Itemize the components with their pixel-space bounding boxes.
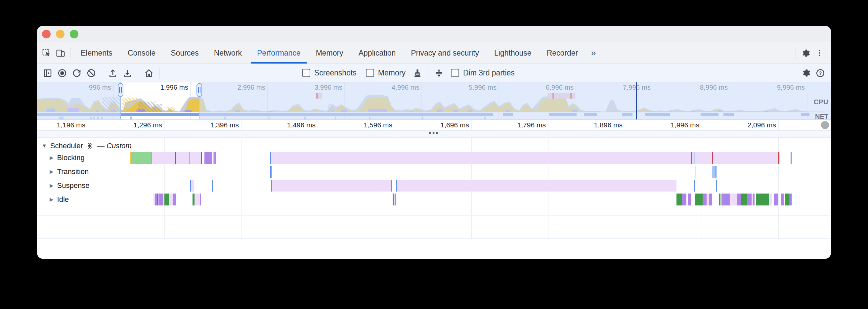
ruler-gridline bbox=[164, 120, 165, 130]
track-header-scheduler[interactable]: ▼Scheduler— Custom bbox=[42, 141, 132, 151]
settings-gear-icon[interactable] bbox=[799, 46, 812, 60]
checkbox-box[interactable] bbox=[366, 69, 374, 77]
checkbox-box[interactable] bbox=[451, 69, 459, 77]
flame-segment-lavender bbox=[707, 193, 709, 206]
tab-memory[interactable]: Memory bbox=[308, 42, 351, 64]
tab-lighthouse[interactable]: Lighthouse bbox=[487, 42, 539, 64]
inspect-icon[interactable] bbox=[40, 46, 54, 60]
ruler-label: 2,096 ms bbox=[748, 121, 778, 129]
flame-segment-red bbox=[778, 152, 779, 164]
flame-segment-purple bbox=[158, 193, 163, 206]
left-window-handle[interactable] bbox=[118, 83, 123, 97]
row-expand-triangle-icon[interactable]: ▶ bbox=[50, 169, 54, 175]
flame-segment-lavender bbox=[169, 193, 173, 206]
ruler-gridline bbox=[318, 120, 318, 130]
tab-application[interactable]: Application bbox=[351, 42, 404, 64]
flame-segment-lavender bbox=[270, 152, 780, 164]
ruler-label: 1,896 ms bbox=[594, 121, 625, 129]
row-expand-triangle-icon[interactable]: ▶ bbox=[50, 183, 54, 189]
divider-drag-dots[interactable]: ••• bbox=[429, 129, 439, 137]
flame-segment-red bbox=[175, 152, 176, 164]
flame-segment-blue bbox=[396, 180, 397, 191]
capture-settings-gear-icon[interactable] bbox=[799, 66, 813, 81]
tab-performance[interactable]: Performance bbox=[249, 42, 308, 64]
svg-text:CPU: CPU bbox=[814, 98, 828, 105]
flame-segment-blue bbox=[270, 166, 272, 178]
flame-segment-red bbox=[691, 152, 692, 164]
reload-record-icon[interactable] bbox=[69, 66, 84, 81]
flame-segment-blue bbox=[694, 180, 695, 191]
track-expand-triangle-icon[interactable]: ▼ bbox=[42, 143, 47, 149]
right-window-handle[interactable] bbox=[196, 83, 202, 97]
flame-segment-darkgreen bbox=[164, 193, 169, 206]
flame-segment-lavender bbox=[154, 193, 155, 206]
dim-3rd-parties-checkbox[interactable]: Dim 3rd parties bbox=[451, 68, 515, 78]
ruler-gridline bbox=[471, 120, 472, 130]
flame-segment-purple bbox=[737, 193, 741, 206]
scrollbar-thumb[interactable] bbox=[821, 121, 829, 129]
panel-divider[interactable]: ••• bbox=[37, 131, 831, 137]
tab-recorder[interactable]: Recorder bbox=[539, 42, 586, 64]
home-icon[interactable] bbox=[142, 66, 156, 81]
record-icon[interactable] bbox=[55, 66, 69, 81]
flame-segment-blue bbox=[391, 180, 392, 191]
overview-chart: 996 ms1,996 ms2,996 ms3,996 ms4,996 ms5,… bbox=[37, 82, 831, 119]
track-gridline bbox=[241, 137, 242, 239]
flame-segment-darkgreen bbox=[741, 193, 747, 206]
download-profile-icon[interactable] bbox=[120, 66, 135, 81]
devtools-tabbar: ElementsConsoleSourcesNetworkPerformance… bbox=[37, 42, 831, 64]
row-label: Transition bbox=[57, 167, 89, 176]
more-tabs-chevron-icon[interactable]: » bbox=[586, 42, 601, 64]
track-row-suspense[interactable]: ▶Suspense bbox=[50, 179, 89, 192]
tab-elements[interactable]: Elements bbox=[73, 42, 120, 64]
toggle-sidebar-icon[interactable] bbox=[40, 66, 55, 81]
flame-segment-purple bbox=[214, 152, 216, 164]
flame-segment-blue bbox=[715, 166, 716, 178]
flame-segment-lightblue bbox=[213, 152, 214, 164]
ruler-gridline bbox=[625, 120, 625, 130]
flame-segment-blue bbox=[726, 193, 726, 206]
tab-privacy-and-security[interactable]: Privacy and security bbox=[403, 42, 487, 64]
main-menu-icon[interactable] bbox=[812, 46, 826, 60]
close-button[interactable] bbox=[42, 30, 51, 38]
memory-checkbox[interactable]: Memory bbox=[366, 68, 406, 78]
tab-sources[interactable]: Sources bbox=[163, 42, 206, 64]
track-row-blocking[interactable]: ▶Blocking bbox=[50, 151, 85, 165]
toolbar-divider bbox=[102, 67, 102, 79]
track-row-transition[interactable]: ▶Transition bbox=[50, 165, 89, 179]
scheduler-atom-icon bbox=[86, 142, 93, 150]
track-row-idle[interactable]: ▶Idle bbox=[50, 192, 69, 207]
ruler-label: 1,396 ms bbox=[210, 121, 241, 129]
row-expand-triangle-icon[interactable]: ▶ bbox=[50, 155, 54, 161]
flame-segment-purple bbox=[205, 152, 212, 164]
flame-segment-darkgreen bbox=[719, 193, 720, 206]
device-toolbar-icon[interactable] bbox=[54, 46, 67, 60]
ruler-label: 1,996 ms bbox=[671, 121, 702, 129]
ruler-gridline bbox=[778, 120, 779, 130]
flame-segment-crimson bbox=[712, 152, 713, 164]
help-icon[interactable]: ? bbox=[813, 66, 828, 81]
gc-brush-icon[interactable] bbox=[410, 66, 425, 81]
titlebar bbox=[37, 26, 831, 42]
row-expand-triangle-icon[interactable]: ▶ bbox=[50, 196, 54, 203]
flame-segment-lavender bbox=[396, 180, 677, 191]
svg-text:?: ? bbox=[819, 70, 822, 76]
clear-icon[interactable] bbox=[84, 66, 99, 81]
minimize-button[interactable] bbox=[56, 30, 64, 38]
flame-segment-lavender bbox=[695, 166, 696, 178]
collapse-icon[interactable] bbox=[432, 66, 446, 81]
flame-segment-darkgreen bbox=[756, 193, 769, 206]
checkbox-box[interactable] bbox=[302, 69, 310, 77]
upload-profile-icon[interactable] bbox=[105, 66, 120, 81]
tab-network[interactable]: Network bbox=[207, 42, 249, 64]
track-name: Scheduler bbox=[50, 142, 83, 150]
row-label: Blocking bbox=[57, 154, 85, 162]
tab-console[interactable]: Console bbox=[120, 42, 163, 64]
flame-segment-lavender bbox=[271, 180, 391, 191]
flame-segment-darkgreen bbox=[157, 193, 158, 206]
timeline-overview[interactable]: 996 ms1,996 ms2,996 ms3,996 ms4,996 ms5,… bbox=[37, 82, 831, 120]
row-label: Idle bbox=[57, 195, 69, 204]
ruler-label: 1,496 ms bbox=[287, 121, 318, 129]
zoom-button[interactable] bbox=[70, 30, 79, 38]
screenshots-checkbox[interactable]: Screenshots bbox=[302, 68, 356, 78]
